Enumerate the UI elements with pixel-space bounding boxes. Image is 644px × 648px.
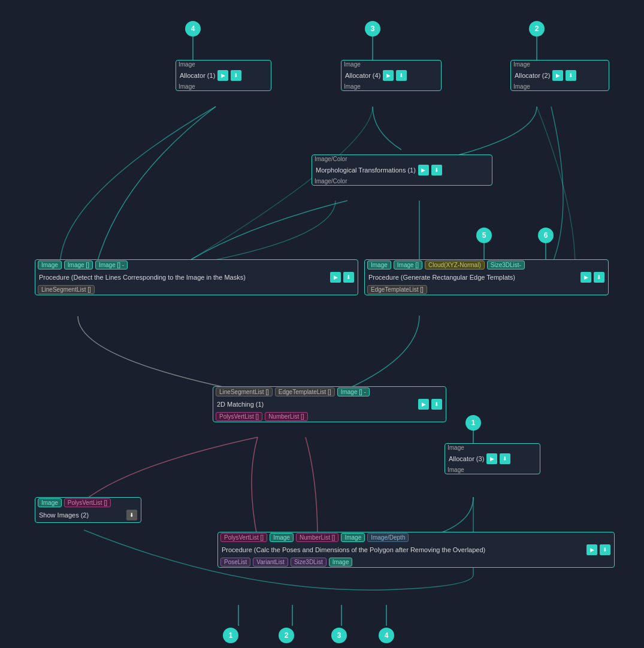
allocator-2-play-button[interactable]: ▶ bbox=[552, 70, 563, 81]
allocator-node-2: Image Allocator (2) ▶ ⬇ Image bbox=[510, 60, 609, 91]
circle-node-3: 3 bbox=[365, 21, 380, 37]
allocator-node-3: Image Allocator (3) ▶ ⬇ Image bbox=[445, 443, 540, 474]
procedure-calc-node: PolysVertList [] Image NumberList [] Ima… bbox=[217, 532, 615, 568]
morphological-body: Morphological Transformations (1) ▶ ⬇ bbox=[312, 163, 492, 177]
morphological-play-button[interactable]: ▶ bbox=[418, 165, 429, 175]
allocator-1b-body: Allocator (1) ▶ ⬇ bbox=[176, 68, 271, 83]
allocator-4-body: Allocator (4) ▶ ⬇ bbox=[341, 68, 441, 83]
circle-node-1: 1 bbox=[465, 415, 481, 431]
allocator-3-body: Allocator (3) ▶ ⬇ bbox=[445, 452, 540, 466]
procedure-rect-body: Procedure (Generate Rectangular Edge Tem… bbox=[365, 270, 608, 284]
procedure-calc-play-button[interactable]: ▶ bbox=[586, 544, 597, 555]
allocator-1b-header: Image bbox=[176, 60, 271, 68]
show-images-header: Image PolysVertList [] bbox=[35, 498, 141, 508]
procedure-calc-footer: PoseList VariantList Size3DList Image bbox=[218, 557, 614, 567]
allocator-2-body: Allocator (2) ▶ ⬇ bbox=[511, 68, 609, 83]
circle-node-4: 4 bbox=[185, 21, 201, 37]
output-circle-2: 2 bbox=[279, 628, 294, 643]
circle-node-5: 5 bbox=[476, 228, 492, 243]
matching-header: LineSegmentList [] EdgeTemplateList [] I… bbox=[213, 387, 446, 397]
output-circle-4: 4 bbox=[379, 628, 394, 643]
procedure-lines-node: Image Image [] Image [] - Procedure (Det… bbox=[35, 259, 358, 295]
procedure-rect-header: Image Image [] Cloud(XYZ-Normal) Size3DL… bbox=[365, 260, 608, 270]
allocator-node-1b: Image Allocator (1) ▶ ⬇ Image bbox=[176, 60, 271, 91]
matching-play-button[interactable]: ▶ bbox=[418, 399, 429, 410]
procedure-rect-down-button[interactable]: ⬇ bbox=[594, 272, 604, 283]
allocator-4-play-button[interactable]: ▶ bbox=[383, 70, 394, 81]
output-circle-3: 3 bbox=[331, 628, 347, 643]
circle-node-2: 2 bbox=[529, 21, 545, 37]
matching-footer: PolysVertList [] NumberList [] bbox=[213, 411, 446, 422]
matching-node: LineSegmentList [] EdgeTemplateList [] I… bbox=[213, 386, 446, 422]
allocator-1b-footer: Image bbox=[176, 83, 271, 90]
matching-body: 2D Matching (1) ▶ ⬇ bbox=[213, 397, 446, 411]
morphological-down-button[interactable]: ⬇ bbox=[431, 165, 442, 175]
procedure-lines-play-button[interactable]: ▶ bbox=[330, 272, 341, 283]
allocator-2-down-button[interactable]: ⬇ bbox=[566, 70, 576, 81]
morphological-header: Image/Color bbox=[312, 155, 492, 163]
procedure-lines-body: Procedure (Detect the Lines Correspondin… bbox=[35, 270, 358, 284]
procedure-calc-down-button[interactable]: ⬇ bbox=[600, 544, 610, 555]
allocator-3-play-button[interactable]: ▶ bbox=[486, 453, 497, 464]
show-images-body: Show Images (2) ⬇ bbox=[35, 508, 141, 522]
matching-down-button[interactable]: ⬇ bbox=[431, 399, 442, 410]
allocator-1b-down-button[interactable]: ⬇ bbox=[231, 70, 241, 81]
allocator-2-footer: Image bbox=[511, 83, 609, 90]
allocator-3-footer: Image bbox=[445, 466, 540, 474]
procedure-calc-header: PolysVertList [] Image NumberList [] Ima… bbox=[218, 532, 614, 543]
allocator-1b-play-button[interactable]: ▶ bbox=[217, 70, 228, 81]
allocator-2-header: Image bbox=[511, 60, 609, 68]
morphological-node: Image/Color Morphological Transformation… bbox=[312, 155, 492, 186]
show-images-node: Image PolysVertList [] Show Images (2) ⬇ bbox=[35, 497, 141, 523]
procedure-calc-body: Procedure (Calc the Poses and Dimensions… bbox=[218, 543, 614, 557]
allocator-4-footer: Image bbox=[341, 83, 441, 90]
allocator-4-header: Image bbox=[341, 60, 441, 68]
show-images-down-button[interactable]: ⬇ bbox=[126, 510, 137, 520]
procedure-lines-down-button[interactable]: ⬇ bbox=[343, 272, 354, 283]
allocator-4-down-button[interactable]: ⬇ bbox=[396, 70, 407, 81]
procedure-lines-footer: LineSegmentList [] bbox=[35, 284, 358, 295]
procedure-rect-play-button[interactable]: ▶ bbox=[580, 272, 591, 283]
allocator-3-down-button[interactable]: ⬇ bbox=[500, 453, 510, 464]
procedure-lines-header: Image Image [] Image [] - bbox=[35, 260, 358, 270]
procedure-rect-footer: EdgeTemplateList [] bbox=[365, 284, 608, 295]
allocator-3-header: Image bbox=[445, 444, 540, 452]
allocator-node-4: Image Allocator (4) ▶ ⬇ Image bbox=[341, 60, 442, 91]
circle-node-6: 6 bbox=[538, 228, 554, 243]
output-circle-1: 1 bbox=[223, 628, 238, 643]
morphological-footer: Image/Color bbox=[312, 177, 492, 185]
procedure-rect-node: Image Image [] Cloud(XYZ-Normal) Size3DL… bbox=[364, 259, 609, 295]
